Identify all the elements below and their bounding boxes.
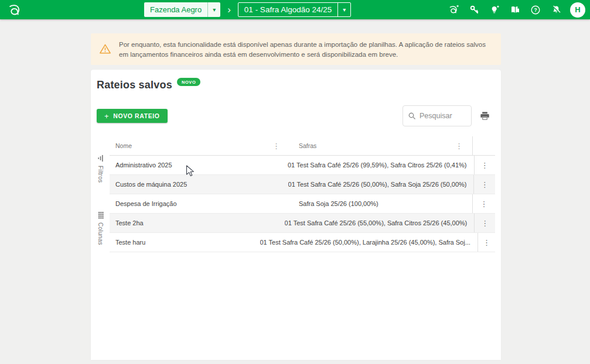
- chevron-down-icon[interactable]: ▾: [337, 3, 350, 16]
- cell-nome: Administrativo 2025: [115, 162, 172, 169]
- aegro-add-icon[interactable]: [446, 2, 461, 18]
- lightbulb-add-icon[interactable]: [487, 2, 502, 18]
- actions-column-header: [472, 136, 495, 155]
- row-menu-icon[interactable]: ⋮: [479, 162, 491, 169]
- top-navigation-bar: Fazenda Aegro ▾ › 01 - Safra Algodão 24/…: [0, 0, 590, 19]
- table-row[interactable]: Despesa de Irrigação Safra Soja 25/26 (1…: [110, 194, 495, 214]
- main-content: Por enquanto, esta funcionalidade está d…: [91, 33, 501, 360]
- toolbar: + NOVO RATEIO: [91, 105, 501, 126]
- page-title: Rateios salvos: [97, 79, 172, 91]
- row-menu-icon[interactable]: ⋮: [480, 239, 493, 246]
- row-menu-icon[interactable]: ⋮: [479, 181, 491, 188]
- table-body: Administrativo 2025 01 Test Safra Café 2…: [110, 156, 495, 252]
- cell-safras: 01 Test Safra Café 25/26 (99,59%), Safra…: [288, 162, 467, 169]
- grid-icon: [97, 212, 104, 219]
- help-icon[interactable]: ?: [528, 2, 543, 18]
- warning-icon: [99, 43, 113, 57]
- banner-text: Por enquanto, esta funcionalidade está d…: [119, 39, 492, 60]
- table-row[interactable]: Custos de máquina 2025 01 Test Safra Caf…: [110, 175, 495, 194]
- search-box[interactable]: [403, 105, 472, 126]
- cell-safras: 01 Test Safra Café 25/26 (50,00%), Laraj…: [260, 239, 470, 246]
- table-row[interactable]: Teste 2ha 01 Test Safra Café 25/26 (55,0…: [110, 214, 495, 233]
- new-rateio-button-label: NOVO RATEIO: [113, 112, 159, 119]
- tab-colunas-label: Colunas: [97, 222, 104, 245]
- book-icon[interactable]: [507, 2, 523, 18]
- breadcrumb: Fazenda Aegro ▾ › 01 - Safra Algodão 24/…: [144, 2, 351, 17]
- cell-nome: Custos de máquina 2025: [115, 181, 187, 188]
- print-icon[interactable]: [478, 109, 491, 122]
- cell-safras: 01 Test Safra Café 25/26 (50,00%), Safra…: [288, 181, 467, 188]
- table-row[interactable]: Administrativo 2025 01 Test Safra Café 2…: [110, 156, 495, 175]
- info-banner: Por enquanto, esta funcionalidade está d…: [91, 33, 501, 65]
- season-selector[interactable]: 01 - Safra Algodão 24/25 ▾: [238, 2, 351, 17]
- farm-selector[interactable]: Fazenda Aegro ▾: [144, 2, 220, 17]
- row-menu-icon[interactable]: ⋮: [479, 219, 491, 227]
- cell-safras: Safra Soja 25/26 (100,00%): [299, 200, 378, 207]
- chevron-down-icon[interactable]: ▾: [207, 2, 220, 17]
- filter-icon: [97, 154, 104, 162]
- aegro-logo-icon[interactable]: [7, 2, 25, 18]
- row-menu-icon[interactable]: ⋮: [478, 200, 490, 208]
- column-header-nome: Nome: [115, 142, 132, 149]
- cell-nome: Despesa de Irrigação: [115, 200, 177, 207]
- plus-icon: +: [104, 112, 109, 121]
- cell-nome: Teste haru: [115, 239, 145, 246]
- key-icon[interactable]: [466, 2, 482, 18]
- search-input[interactable]: [420, 112, 466, 120]
- user-avatar[interactable]: H: [570, 2, 585, 18]
- novo-badge: NOVO: [177, 78, 201, 86]
- tab-colunas[interactable]: Colunas: [97, 212, 104, 245]
- svg-text:?: ?: [534, 7, 537, 13]
- column-header-safras: Safras: [299, 142, 316, 149]
- notifications-off-icon[interactable]: [548, 2, 564, 18]
- farm-selector-value: Fazenda Aegro: [144, 5, 207, 14]
- new-rateio-button[interactable]: + NOVO RATEIO: [97, 109, 168, 123]
- table-row[interactable]: Teste haru 01 Test Safra Café 25/26 (50,…: [110, 233, 495, 252]
- tab-filtros[interactable]: Filtros: [97, 154, 104, 183]
- table-side-tabs: Filtros Colunas: [97, 154, 110, 274]
- cell-safras: 01 Test Safra Café 25/26 (55,00%), Safra…: [285, 219, 468, 226]
- rateios-card: Rateios salvos NOVO + NOVO RATEIO: [91, 70, 501, 360]
- cell-nome: Teste 2ha: [115, 219, 144, 226]
- table-header-row: Nome ⋮ Safras ⋮: [110, 136, 495, 156]
- column-menu-icon[interactable]: ⋮: [270, 142, 282, 150]
- breadcrumb-chevron-icon: ›: [227, 5, 231, 15]
- tab-filtros-label: Filtros: [97, 166, 104, 183]
- search-icon: [408, 112, 417, 121]
- rateios-table: Nome ⋮ Safras ⋮ Administrativo 2025 01 T…: [110, 136, 495, 252]
- topbar-actions: ? H: [446, 2, 585, 18]
- column-menu-icon[interactable]: ⋮: [453, 142, 465, 150]
- season-selector-value: 01 - Safra Algodão 24/25: [238, 5, 337, 14]
